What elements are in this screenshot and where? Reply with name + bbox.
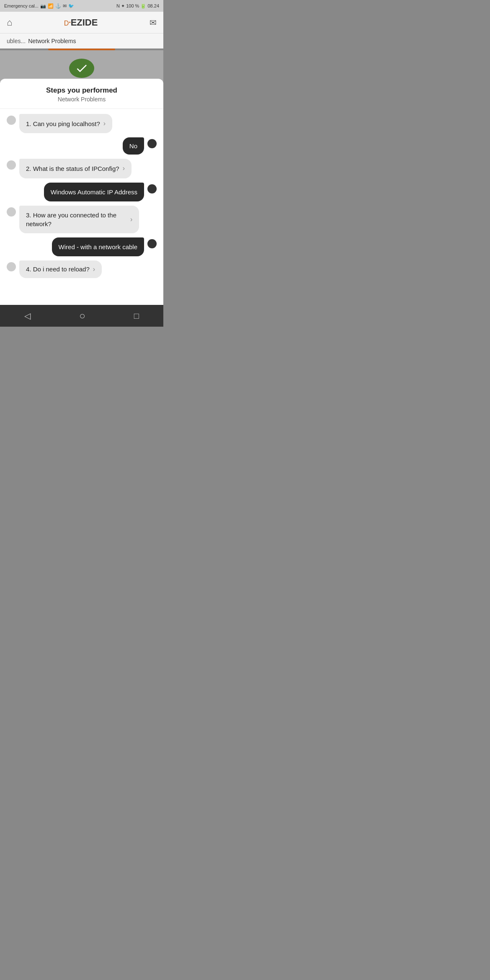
step-3-question[interactable]: 3. How are you connected to the network?… — [19, 206, 139, 233]
chevron-4: › — [93, 265, 95, 274]
emergency-text: Emergency cal... — [4, 3, 39, 8]
answer-1-text: No — [129, 142, 137, 150]
modal: Steps you performed Network Problems 1. … — [0, 79, 163, 305]
step-4-text: 4. Do i need to reload? — [26, 265, 90, 273]
chevron-1: › — [103, 119, 106, 128]
modal-subtitle: Network Problems — [7, 96, 157, 103]
bottom-nav: ◁ ○ □ — [0, 305, 163, 327]
chevron-3: › — [130, 215, 132, 224]
answer-2-bubble: Windows Automatic IP Address — [44, 183, 144, 201]
modal-title: Steps you performed — [7, 86, 157, 95]
back-button[interactable]: ◁ — [24, 311, 31, 321]
step-2-row: 2. What is the status of IPConfig? › — [7, 159, 157, 178]
check-circle — [69, 59, 94, 78]
twitter-icon: 🐦 — [68, 3, 74, 9]
answer-3-row: Wired - with a network cable — [7, 237, 157, 256]
mail-icon: ✉ — [63, 3, 67, 9]
nav-bar: ubles... Network Problems — [0, 34, 163, 49]
step-3-text: 3. How are you connected to the network? — [26, 211, 127, 228]
sim-icon: 📷 — [40, 3, 46, 9]
usb-icon: ⚓ — [55, 3, 61, 9]
home-icon[interactable]: ⌂ — [7, 17, 12, 28]
answer-1-row: No — [7, 137, 157, 155]
step-4-row: 4. Do i need to reload? › — [7, 260, 157, 278]
wifi-icon: 📶 — [48, 3, 54, 9]
status-left: Emergency cal... 📷 📶 ⚓ ✉ 🐦 — [4, 3, 74, 9]
status-bar: Emergency cal... 📷 📶 ⚓ ✉ 🐦 N ✦ 100 % 🔋 0… — [0, 0, 163, 12]
answer-3-text: Wired - with a network cable — [59, 243, 137, 250]
check-icon — [75, 62, 88, 75]
chevron-2: › — [123, 164, 125, 173]
logo-d: D — [64, 20, 69, 27]
mail-header-icon[interactable]: ✉ — [150, 18, 157, 28]
avatar-answer-3 — [147, 239, 157, 248]
answer-2-text: Windows Automatic IP Address — [51, 188, 137, 196]
step-2-question[interactable]: 2. What is the status of IPConfig? › — [19, 159, 132, 178]
answer-1-bubble: No — [123, 137, 144, 155]
avatar-answer-2 — [147, 184, 157, 193]
avatar-1 — [7, 116, 16, 125]
step-1-question[interactable]: 1. Can you ping localhost? › — [19, 114, 112, 133]
logo: D●EZIDE — [64, 17, 98, 28]
step-1-row: 1. Can you ping localhost? › — [7, 114, 157, 133]
modal-body[interactable]: 1. Can you ping localhost? › No 2. What … — [0, 109, 163, 305]
recent-button[interactable]: □ — [134, 311, 139, 321]
nav-current: Network Problems — [28, 38, 76, 44]
step-2-text: 2. What is the status of IPConfig? — [26, 164, 119, 173]
avatar-2 — [7, 160, 16, 170]
avatar-3 — [7, 207, 16, 217]
answer-2-row: Windows Automatic IP Address — [7, 183, 157, 201]
modal-header: Steps you performed Network Problems — [0, 79, 163, 109]
breadcrumb: ubles... — [7, 38, 26, 44]
step-1-text: 1. Can you ping localhost? — [26, 119, 100, 128]
step-4-question[interactable]: 4. Do i need to reload? › — [19, 260, 102, 278]
step-3-row: 3. How are you connected to the network?… — [7, 206, 157, 233]
home-button[interactable]: ○ — [79, 310, 85, 322]
status-right: N ✦ 100 % 🔋 08.24 — [116, 3, 159, 9]
answer-3-bubble: Wired - with a network cable — [52, 237, 144, 256]
avatar-answer-1 — [147, 139, 157, 148]
app-header: ⌂ D●EZIDE ✉ — [0, 12, 163, 34]
status-right-text: N ✦ 100 % 🔋 08.24 — [116, 3, 159, 9]
logo-text: EZIDE — [71, 17, 98, 28]
avatar-4 — [7, 262, 16, 271]
